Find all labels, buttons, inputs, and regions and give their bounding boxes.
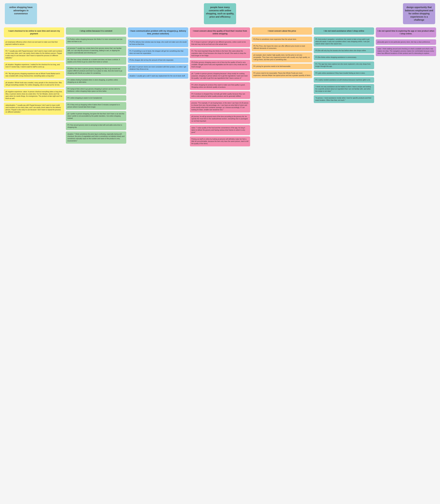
note-col2-5: P4: trying to find a time to go grocery … (66, 86, 126, 94)
note-col3-4: situation: I usually got a call if I wan… (128, 73, 188, 79)
note-col5-1: P5:The Price, she hopes the store can of… (252, 43, 312, 51)
note-col2-9: P3: flow around grocery store is annoyin… (66, 122, 126, 130)
note-col2-10: situation: "I think sometimes the price … (66, 131, 126, 144)
note-col3-1: P1: If something is out of stock, the sh… (128, 48, 188, 56)
note-col1-5: p6 negative experience: value: In-person… (4, 89, 64, 101)
column-col3: I have communication problem with my sho… (128, 28, 188, 79)
column-header-col4: I most concern about the quality of food… (190, 28, 250, 37)
note-col6-0: P5. And product navigation, sometimes sh… (314, 37, 374, 47)
note-col1-0: p2 emphasize efficiency when check out a… (4, 39, 64, 47)
note-col4-7: p6 journey: he will go around most of th… (190, 114, 250, 124)
note-col2-2: P5: She has a busy schedule as a student… (66, 57, 126, 65)
column-col5: I most concern about the priceP1:Price i… (252, 28, 312, 78)
column-col4: I most concern about the quality of food… (190, 28, 250, 146)
note-col4-2: P5:Online grocery shopping saves a lot o… (190, 60, 250, 70)
note-col4-9: Picking out stuff on online by looking a… (190, 136, 250, 146)
column-header-col1: I want checkout to be online to save tim… (4, 28, 64, 37)
note-col6-1: P5:She will only buy the brands she has … (314, 48, 374, 53)
header-row: online shopping have advantages in conve… (3, 3, 437, 24)
note-col1-3: P6: "My last grocery shopping experience… (4, 71, 64, 79)
note-col1-6: valuesituation: "I usually pay with Payp… (4, 102, 64, 115)
note-col6-4: P4: gets online assistance if they have … (314, 71, 374, 76)
note-col2-0: P1:Prefers online shopping because she t… (66, 37, 126, 44)
note-col2-6: P3: online shopping is easier to do if p… (66, 95, 126, 101)
note-col1-2: p6 situation: Negative experience: I wai… (4, 62, 64, 70)
column-col7: I do not spend time to exploring the app… (376, 28, 436, 56)
note-col7-0: p2usually goes to one particular grocery… (376, 39, 436, 45)
note-col1-4: p6 situation: Whole foods was crowded, m… (4, 80, 64, 88)
note-col3-2: P5:the shopper did not buy the amount of… (128, 58, 188, 63)
header-card-design: design opportunity that balances employm… (403, 3, 435, 24)
note-col4-5: P4: if produce is shopped they normally … (190, 91, 250, 99)
affinity-board: online shopping have advantages in conve… (3, 3, 437, 146)
note-col2-8: p2: I prefer in-person shopping, but giv… (66, 111, 126, 121)
column-col2: I shop online because it is convientP1:P… (66, 28, 126, 144)
note-col6-7: "In-person, I need assistance mostly whe… (314, 95, 374, 103)
note-col6-3: P1: The app has many options but she nev… (314, 61, 374, 69)
note-col4-1: P1: The most important thing she thinks … (190, 48, 250, 58)
note-col6-6: "I think one way assistance can be helpf… (314, 84, 374, 94)
note-col5-4: P3: prices need to be reasonable. Places… (252, 71, 312, 78)
column-header-col6: I do not need assistance when I shop onl… (314, 28, 374, 35)
note-col5-2: p2 example: plum market: high-quality st… (252, 52, 312, 62)
note-col2-4: P4: dislikes feeling frustrated when in … (66, 77, 126, 85)
column-header-col2: I shop online because it is convient (66, 28, 126, 35)
note-col4-4: P4: when shopping for produce they want … (190, 82, 250, 90)
note-col2-3: P5:When she does in person grocery shopp… (66, 66, 126, 76)
column-col1: I want checkout to be online to save tim… (4, 28, 64, 115)
header-card-convenience: online shopping have advantages in conve… (5, 3, 37, 24)
note-col2-1: p2 process:"I usually buy certain items … (66, 46, 126, 56)
note-col6-2: P1:She thinks online shopping assistance… (314, 55, 374, 60)
column-header-col3: I have communication problem with my sho… (128, 28, 188, 37)
column-header-col5: I most concern about the price (252, 28, 312, 35)
note-col1-1: P2: "I usually pay with Paypal because I… (4, 48, 64, 61)
note-col4-0: P1: If shops in person I will get to see… (190, 39, 250, 47)
columns-row: I want checkout to be online to save tim… (3, 28, 437, 146)
header-card-concerns: people have many concerns with online sh… (204, 3, 236, 24)
note-col6-5: P3: mainly needed assistance at self-che… (314, 77, 374, 83)
note-col5-0: P1:Price is sometimes more expensive tha… (252, 37, 312, 42)
note-col4-3: p6: "I prefer in-person grocery shopping… (190, 71, 250, 81)
note-col5-3: P4: pricing for groceries needs to be fa… (252, 64, 312, 69)
column-col6: I do not need assistance when I shop onl… (314, 28, 374, 103)
column-header-col7: I do not spend time to exploring the app… (376, 28, 436, 37)
note-col2-7: P3: if they end up shopping online it ta… (66, 102, 126, 110)
note-col4-6: process: "For example, if I am buying be… (190, 100, 250, 113)
note-col7-1: value: I think walking around and checki… (376, 46, 436, 56)
note-col4-8: value: "I value quality of the food and … (190, 125, 250, 135)
note-col3-0: P5:]The delivery time window was too lar… (128, 39, 188, 47)
note-col3-3: p6 value: In-person stores are more cons… (128, 64, 188, 72)
